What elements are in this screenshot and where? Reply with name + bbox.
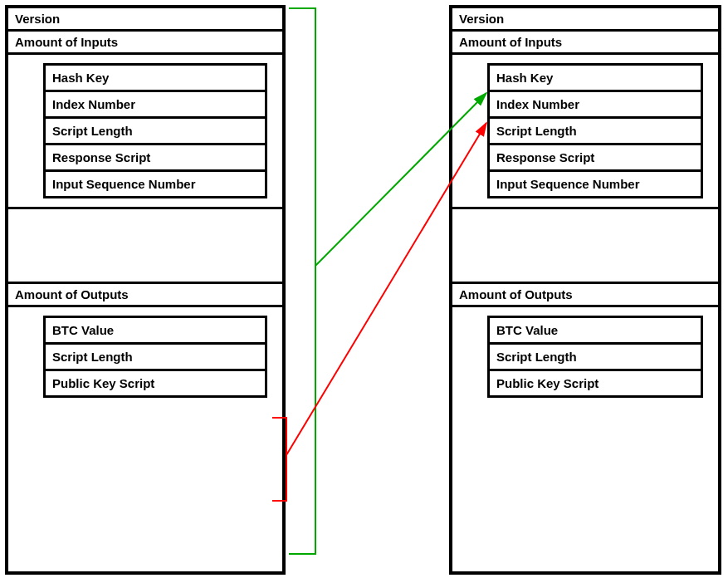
public-key-script-left: Public Key Script	[46, 371, 265, 395]
transaction-left: Version Amount of Inputs Hash Key Index …	[5, 5, 286, 575]
amount-outputs-row-right: Amount of Outputs	[452, 284, 718, 307]
outputs-section-right: BTC Value Script Length Public Key Scrip…	[452, 316, 718, 423]
version-row-left: Version	[8, 8, 282, 32]
hash-key-right: Hash Key	[490, 66, 701, 92]
script-length-output-left: Script Length	[46, 345, 265, 371]
output-box-right: BTC Value Script Length Public Key Scrip…	[487, 316, 703, 398]
input-box-right: Hash Key Index Number Script Length Resp…	[487, 63, 703, 198]
response-script-right: Response Script	[490, 145, 701, 172]
script-length-left: Script Length	[46, 119, 265, 145]
script-length-output-right: Script Length	[490, 345, 701, 371]
spacer-right	[452, 209, 718, 284]
input-box-left: Hash Key Index Number Script Length Resp…	[43, 63, 267, 198]
inputs-section-left: Hash Key Index Number Script Length Resp…	[8, 63, 282, 209]
amount-outputs-row-left: Amount of Outputs	[8, 284, 282, 307]
index-number-left: Index Number	[46, 92, 265, 119]
btc-value-left: BTC Value	[46, 318, 265, 345]
input-sequence-number-left: Input Sequence Number	[46, 172, 265, 196]
public-key-script-right: Public Key Script	[490, 371, 701, 395]
output-box-left: BTC Value Script Length Public Key Scrip…	[43, 316, 267, 398]
index-number-right: Index Number	[490, 92, 701, 119]
outputs-section-left: BTC Value Script Length Public Key Scrip…	[8, 316, 282, 423]
transaction-right: Version Amount of Inputs Hash Key Index …	[449, 5, 721, 575]
version-row-right: Version	[452, 8, 718, 32]
script-length-right: Script Length	[490, 119, 701, 145]
green-bracket	[289, 8, 315, 554]
response-script-left: Response Script	[46, 145, 265, 172]
inputs-section-right: Hash Key Index Number Script Length Resp…	[452, 63, 718, 209]
hash-key-left: Hash Key	[46, 66, 265, 92]
amount-inputs-row-left: Amount of Inputs	[8, 32, 282, 55]
btc-value-right: BTC Value	[490, 318, 701, 345]
amount-inputs-row-right: Amount of Inputs	[452, 32, 718, 55]
input-sequence-number-right: Input Sequence Number	[490, 172, 701, 196]
spacer-left	[8, 209, 282, 284]
